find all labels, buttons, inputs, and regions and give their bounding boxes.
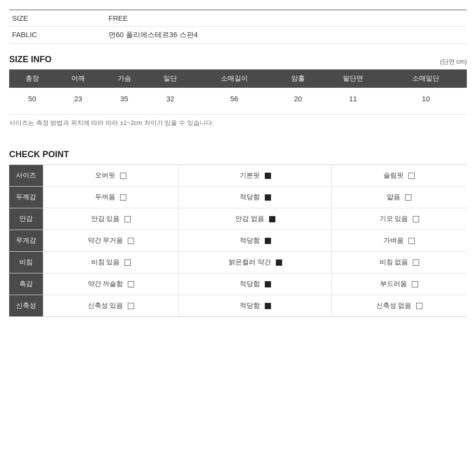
check-point-title: CHECK POINT [9, 150, 467, 160]
size-col-header: 가슴 [101, 69, 147, 88]
unchecked-box-icon [413, 259, 419, 266]
check-row: 비침 비침 있음 밝은컬러 약간 비침 없음 [9, 252, 467, 273]
check-cell-text: 비침 있음 [91, 258, 120, 266]
check-row-header: 사이즈 [9, 165, 43, 187]
checked-box-icon [265, 238, 271, 244]
size-value: 11 [321, 88, 385, 109]
unchecked-box-icon [412, 281, 418, 287]
size-col-header: 밑단 [147, 69, 193, 88]
size-value: 20 [275, 88, 321, 109]
check-cell: 약간 까슬함 [43, 273, 179, 295]
size-value: 50 [9, 88, 55, 109]
check-cell: 신축성 없음 [331, 295, 467, 317]
check-cell: 적당함 [179, 295, 332, 317]
checked-box-icon [265, 173, 271, 179]
info-value: 면60 폴리에스테르36 스판4 [106, 27, 467, 44]
size-col-header: 소매길이 [193, 69, 275, 88]
check-row: 무게감 약간 무거움 적당함 가벼움 [9, 230, 467, 252]
check-cell-text: 오버핏 [95, 171, 115, 179]
unchecked-box-icon [128, 281, 134, 287]
check-cell-text: 적당함 [240, 301, 260, 309]
checked-box-icon [276, 259, 282, 266]
check-cell: 두꺼움 [43, 187, 179, 208]
size-value: 23 [55, 88, 101, 109]
info-row: FABLIC면60 폴리에스테르36 스판4 [9, 27, 467, 44]
check-cell-text: 적당함 [240, 236, 260, 244]
size-info-title: SIZE INFO [9, 54, 52, 65]
check-table: 사이즈 오버핏 기본핏 슬림핏 두께감 두꺼움 적당함 얇음 안감 안감 있음 [9, 164, 467, 317]
unchecked-box-icon [124, 259, 131, 266]
check-cell: 안감 없음 [179, 208, 332, 230]
check-cell: 밝은컬러 약간 [179, 252, 332, 273]
check-cell-text: 신축성 없음 [376, 301, 412, 309]
check-cell: 신축성 있음 [43, 295, 179, 317]
check-cell: 기본핏 [179, 165, 332, 187]
check-row-header: 두께감 [9, 187, 43, 208]
size-col-header: 암홀 [275, 69, 321, 88]
check-cell-text: 기본핏 [240, 171, 260, 179]
check-cell-text: 안감 있음 [91, 215, 120, 222]
check-cell: 오버핏 [43, 165, 179, 187]
check-cell: 가벼움 [331, 230, 467, 252]
check-row-header: 촉감 [9, 273, 43, 295]
check-cell: 적당함 [179, 187, 332, 208]
check-cell-text: 약간 무거움 [88, 236, 123, 244]
check-cell-text: 슬림핏 [383, 171, 404, 179]
check-cell-text: 얇음 [387, 193, 400, 201]
check-row: 안감 안감 있음 안감 없음 기모 있음 [9, 208, 467, 230]
unchecked-box-icon [120, 173, 126, 179]
info-label: FABLIC [9, 27, 106, 44]
unchecked-box-icon [128, 238, 134, 244]
check-cell: 얇음 [331, 187, 467, 208]
size-value: 35 [101, 88, 147, 109]
check-row-header: 비침 [9, 252, 43, 273]
check-row: 촉감 약간 까슬함 적당함 부드러움 [9, 273, 467, 295]
size-col-header: 소매밑단 [385, 69, 467, 88]
size-col-header: 팔단면 [321, 69, 385, 88]
unchecked-box-icon [416, 303, 422, 309]
unchecked-box-icon [128, 303, 134, 309]
check-cell-text: 신축성 있음 [88, 301, 123, 309]
check-cell-text: 비침 없음 [380, 258, 408, 266]
unchecked-box-icon [413, 216, 419, 222]
size-info-header: SIZE INFO (단면 cm) [9, 53, 467, 69]
check-cell-text: 두꺼움 [95, 193, 115, 201]
check-cell: 비침 있음 [43, 252, 179, 273]
checked-box-icon [265, 281, 271, 287]
checked-box-icon [269, 216, 275, 222]
check-cell: 약간 무거움 [43, 230, 179, 252]
size-col-header: 총장 [9, 69, 55, 88]
check-row: 사이즈 오버핏 기본핏 슬림핏 [9, 165, 467, 187]
info-row: SIZEFREE [9, 10, 467, 27]
check-cell-text: 적당함 [240, 280, 260, 287]
check-cell: 비침 없음 [331, 252, 467, 273]
unchecked-box-icon [408, 173, 415, 179]
unchecked-box-icon [405, 194, 411, 201]
check-point-section: CHECK POINT 사이즈 오버핏 기본핏 슬림핏 두께감 두꺼움 적당함 … [9, 150, 467, 317]
size-value: 10 [385, 88, 467, 109]
check-cell: 안감 있음 [43, 208, 179, 230]
check-cell: 부드러움 [331, 273, 467, 295]
check-cell: 슬림핏 [331, 165, 467, 187]
info-label: SIZE [9, 10, 106, 27]
check-cell: 기모 있음 [331, 208, 467, 230]
info-table: SIZEFREEFABLIC면60 폴리에스테르36 스판4 [9, 10, 467, 44]
check-cell-text: 적당함 [240, 193, 260, 201]
check-cell-text: 부드러움 [380, 280, 407, 287]
unchecked-box-icon [408, 238, 415, 244]
unchecked-box-icon [124, 216, 131, 222]
check-cell-text: 기모 있음 [380, 215, 408, 222]
check-row-header: 안감 [9, 208, 43, 230]
check-row: 신축성 신축성 있음 적당함 신축성 없음 [9, 295, 467, 317]
check-cell-text: 안감 없음 [235, 215, 264, 222]
check-cell: 적당함 [179, 273, 332, 295]
size-unit: (단면 cm) [440, 57, 467, 66]
check-row-header: 무게감 [9, 230, 43, 252]
checked-box-icon [265, 303, 271, 309]
check-cell-text: 밝은컬러 약간 [229, 258, 271, 266]
size-col-header: 어깨 [55, 69, 101, 88]
check-cell-text: 가벼움 [383, 236, 404, 244]
size-table: 총장어깨가슴밑단소매길이암홀팔단면소매밑단 5023353256201110 [9, 69, 467, 109]
check-cell-text: 약간 까슬함 [88, 280, 123, 287]
check-cell: 적당함 [179, 230, 332, 252]
